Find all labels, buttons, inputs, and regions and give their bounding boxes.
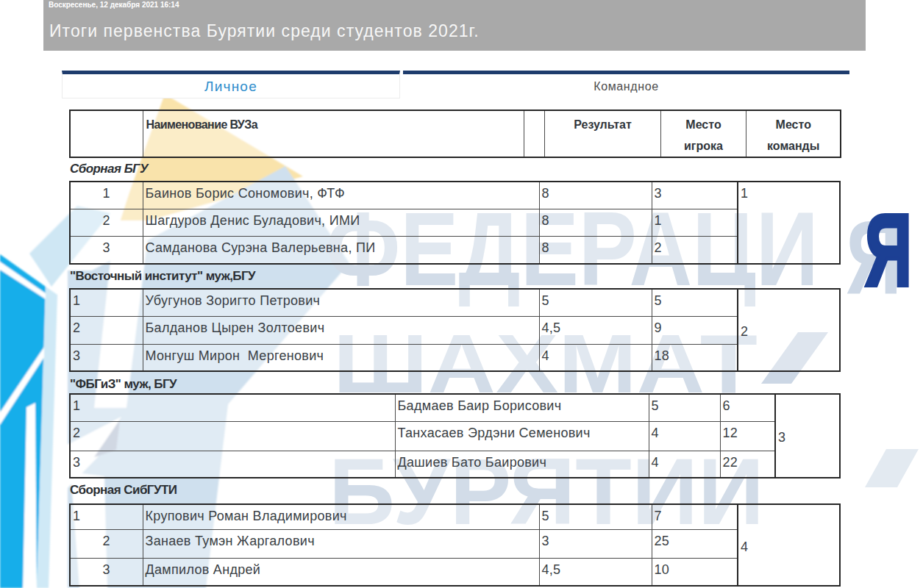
svg-text:Я: Я (865, 192, 912, 307)
